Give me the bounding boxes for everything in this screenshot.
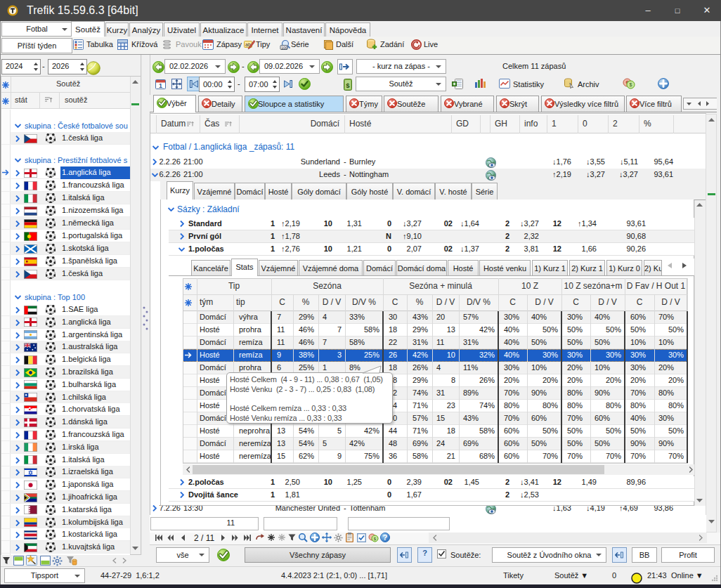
svg-text:$: $ [630, 82, 632, 87]
svg-text:100: 100 [281, 46, 287, 50]
svg-text:1: 1 [159, 82, 162, 89]
svg-text:$: $ [346, 81, 350, 89]
svg-text:?: ? [383, 533, 388, 542]
